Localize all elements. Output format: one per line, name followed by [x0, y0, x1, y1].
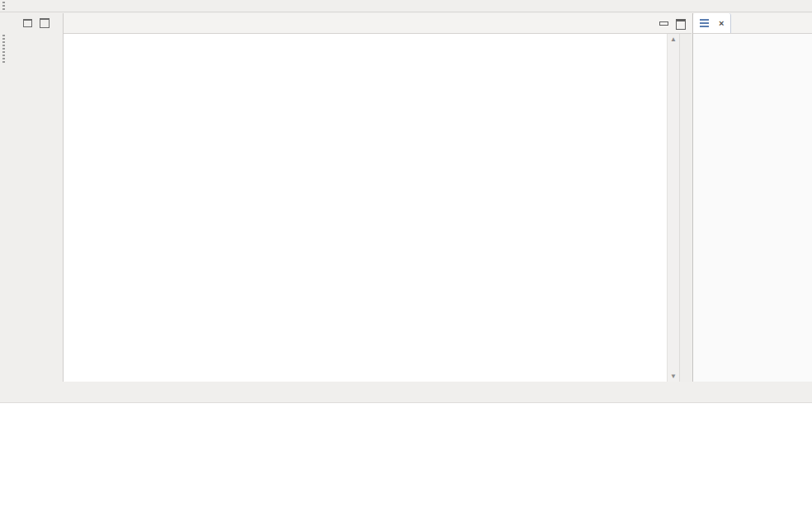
console-status-line	[0, 403, 812, 417]
console-toolbar	[807, 382, 812, 402]
editor-content: ▲ ▼	[64, 34, 692, 382]
minimize-icon[interactable]	[659, 19, 668, 27]
main-toolbar	[0, 0, 812, 12]
bottom-tab-bar	[0, 382, 812, 403]
scroll-down-icon[interactable]: ▼	[668, 371, 679, 382]
outline-view: ×	[692, 13, 812, 382]
close-outline-icon[interactable]: ×	[719, 18, 724, 28]
maximize-view-button[interactable]	[40, 17, 50, 26]
outline-tree	[693, 50, 812, 54]
outline-icon	[700, 19, 709, 28]
code-area[interactable]	[64, 36, 667, 382]
scroll-up-icon[interactable]: ▲	[668, 34, 679, 45]
tab-outline[interactable]: ×	[693, 13, 731, 33]
console-view-area	[0, 382, 812, 508]
editor-window-buttons	[659, 13, 692, 33]
overview-ruler[interactable]	[679, 34, 692, 382]
maximize-icon[interactable]	[676, 19, 684, 27]
eclipse-workbench: ▲ ▼ ×	[0, 0, 812, 508]
outline-toolbar	[693, 34, 812, 50]
editor-area: ▲ ▼	[63, 13, 692, 382]
minimized-view-bar	[0, 13, 63, 382]
editor-vertical-scrollbar[interactable]: ▲ ▼	[667, 34, 679, 382]
outline-tab-bar: ×	[693, 13, 812, 34]
toolbar-drag-handle[interactable]	[2, 2, 5, 12]
editor-tab-bar	[64, 13, 692, 34]
console-output[interactable]	[0, 417, 812, 420]
restore-view-button[interactable]	[22, 17, 32, 26]
view-bar-drag-handle[interactable]	[2, 35, 5, 63]
